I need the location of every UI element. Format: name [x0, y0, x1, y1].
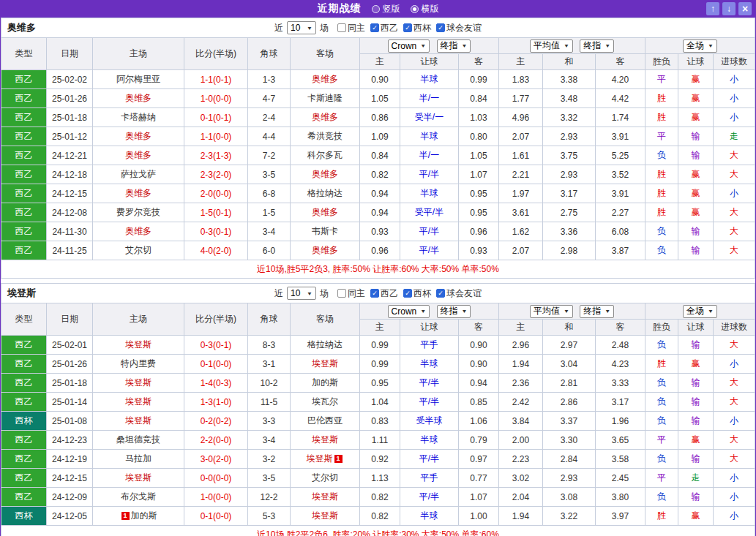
away-team-link[interactable]: 卡斯迪隆 — [307, 93, 343, 103]
match-date: 25-01-26 — [47, 355, 93, 374]
filter-checkbox-球会友谊[interactable]: 球会友谊 — [436, 287, 482, 300]
away-team-link[interactable]: 格拉纳达 — [307, 339, 343, 350]
average-value: 平均值 — [534, 305, 560, 317]
layout-radio-horizontal[interactable]: 横版 — [411, 3, 439, 15]
checkbox-checked-icon — [436, 23, 445, 32]
away-team-link[interactable]: 埃瓦尔 — [312, 396, 338, 407]
home-team-link[interactable]: 马拉加 — [125, 453, 151, 464]
summary-row: 近10场,胜2平2负6, 胜率:20% 让胜率:30% 大率:50% 单率:60… — [1, 526, 755, 536]
odds-away-value: 1.06 — [459, 412, 499, 431]
home-team-link[interactable]: 埃登斯 — [125, 377, 151, 388]
window-title: 近期战绩 — [318, 2, 362, 15]
away-team-link[interactable]: 奥维多 — [312, 74, 338, 84]
average-select[interactable]: 平均值 ▼ — [530, 39, 573, 53]
filter-checkbox-西乙[interactable]: 西乙 — [370, 22, 398, 34]
checkbox-checked-icon — [370, 23, 379, 32]
home-team-link[interactable]: 费罗尔竞技 — [116, 207, 160, 217]
avg-home-value: 2.07 — [499, 127, 543, 146]
odds-away-value: 0.95 — [459, 203, 499, 222]
home-team-link[interactable]: 艾尔切 — [125, 245, 151, 255]
handicap-cell: 半/一 — [400, 89, 459, 108]
result-goals: 大 — [714, 431, 755, 450]
home-team-link[interactable]: 萨拉戈萨 — [121, 169, 156, 179]
odds-stage-select[interactable]: 终指 ▼ — [437, 305, 471, 318]
home-team-link[interactable]: 特内里费 — [121, 358, 156, 369]
home-team-link[interactable]: 埃登斯 — [125, 396, 151, 407]
home-team-link[interactable]: 奥维多 — [125, 93, 151, 103]
avg-draw-value: 2.86 — [543, 393, 596, 412]
filter-checkbox-西杯[interactable]: 西杯 — [403, 287, 431, 300]
away-team-cell: 希洪竞技 — [291, 127, 360, 146]
home-team-link[interactable]: 布尔戈斯 — [121, 491, 156, 502]
match-count-select[interactable]: 10 ▼ — [287, 287, 316, 300]
odds-stage-select[interactable]: 终指 ▼ — [437, 39, 471, 53]
away-team-link[interactable]: 科尔多瓦 — [307, 150, 343, 160]
scope-select[interactable]: 全场 ▼ — [683, 39, 717, 53]
average-select[interactable]: 平均值 ▼ — [530, 305, 573, 318]
odds-company-select[interactable]: Crown ▼ — [388, 39, 430, 53]
avg-draw-value: 3.22 — [543, 507, 596, 526]
filter-checkbox-西杯[interactable]: 西杯 — [403, 22, 431, 34]
match-score: 1-0(0-0) — [201, 94, 232, 104]
away-team-link[interactable]: 奥维多 — [312, 169, 338, 179]
away-team-link[interactable]: 奥维多 — [312, 245, 338, 255]
away-team-link[interactable]: 埃登斯 — [312, 358, 338, 369]
away-team-link[interactable]: 加的斯 — [312, 377, 338, 388]
home-team-cell: 奥维多 — [93, 184, 184, 203]
corner-score: 5-3 — [248, 507, 291, 526]
home-team-link[interactable]: 奥维多 — [125, 150, 151, 160]
home-team-link[interactable]: 埃登斯 — [125, 472, 151, 483]
home-team-link[interactable]: 埃登斯 — [125, 415, 151, 426]
scroll-down-button[interactable]: ↓ — [722, 2, 736, 15]
away-team-link[interactable]: 奥维多 — [312, 112, 338, 122]
away-team-link[interactable]: 韦斯卡 — [312, 226, 338, 236]
avg-draw-value: 3.32 — [543, 108, 596, 127]
home-team-link[interactable]: 埃登斯 — [125, 339, 151, 350]
away-team-link[interactable]: 埃登斯 — [307, 453, 333, 464]
avg-away-value: 4.42 — [596, 89, 645, 108]
home-team-link[interactable]: 奥维多 — [125, 188, 151, 198]
col-header-corner: 角球 — [248, 303, 291, 336]
match-count-select[interactable]: 10 ▼ — [287, 21, 316, 34]
avg-home-value: 2.36 — [499, 374, 543, 393]
away-team-link[interactable]: 埃登斯 — [312, 510, 338, 521]
away-team-link[interactable]: 埃登斯 — [312, 434, 338, 445]
match-row: 西乙 24-12-19 马拉加 3-0(2-0) 3-2 埃登斯1 0.92 平… — [1, 450, 755, 469]
odds-company-select[interactable]: Crown ▼ — [388, 305, 430, 318]
average-stage-select[interactable]: 终指 ▼ — [580, 305, 614, 318]
home-team-link[interactable]: 桑坦德竞技 — [116, 434, 160, 445]
odds-away-value: 1.03 — [459, 108, 499, 127]
match-date: 25-01-26 — [47, 89, 93, 108]
home-team-link[interactable]: 奥维多 — [125, 226, 151, 236]
away-team-link[interactable]: 格拉纳达 — [307, 188, 343, 198]
checkbox-checked-icon — [403, 23, 412, 32]
chevron-down-icon: ▼ — [605, 42, 610, 48]
match-row: 西乙 24-12-08 费罗尔竞技 1-5(0-1) 1-5 奥维多 0.94 … — [1, 203, 755, 222]
home-team-link[interactable]: 加的斯 — [131, 510, 157, 521]
home-team-link[interactable]: 奥维多 — [125, 131, 151, 141]
away-team-link[interactable]: 艾尔切 — [312, 472, 338, 483]
result-wdl: 胜 — [645, 184, 678, 203]
match-date: 25-01-18 — [47, 374, 93, 393]
home-team-link[interactable]: 卡塔赫纳 — [121, 112, 156, 122]
away-team-link[interactable]: 希洪竞技 — [307, 131, 343, 141]
average-stage-select[interactable]: 终指 ▼ — [580, 39, 614, 53]
match-row: 西乙 24-12-18 萨拉戈萨 2-3(2-0) 3-5 奥维多 0.82 平… — [1, 165, 755, 184]
close-button[interactable]: × — [738, 2, 752, 15]
filter-checkbox-同主[interactable]: 同主 — [337, 22, 365, 34]
away-team-link[interactable]: 奥维多 — [312, 207, 338, 217]
col-header-date: 日期 — [47, 303, 93, 336]
home-team-link[interactable]: 阿尔梅里亚 — [116, 74, 160, 84]
filter-checkbox-同主[interactable]: 同主 — [337, 287, 365, 300]
league-cell: 西杯 — [1, 507, 47, 526]
scope-select[interactable]: 全场 ▼ — [683, 305, 717, 318]
scroll-up-button[interactable]: ↑ — [706, 2, 719, 15]
result-wdl: 平 — [645, 469, 678, 488]
away-team-link[interactable]: 埃登斯 — [312, 491, 338, 502]
layout-radio-vertical[interactable]: 竖版 — [372, 3, 400, 15]
filter-checkbox-西乙[interactable]: 西乙 — [370, 287, 398, 300]
filter-checkbox-球会友谊[interactable]: 球会友谊 — [436, 22, 482, 34]
away-team-link[interactable]: 巴伦西亚 — [307, 415, 343, 426]
score-cell: 2-0(0-0) — [184, 184, 248, 203]
result-goals: 大 — [714, 336, 755, 355]
